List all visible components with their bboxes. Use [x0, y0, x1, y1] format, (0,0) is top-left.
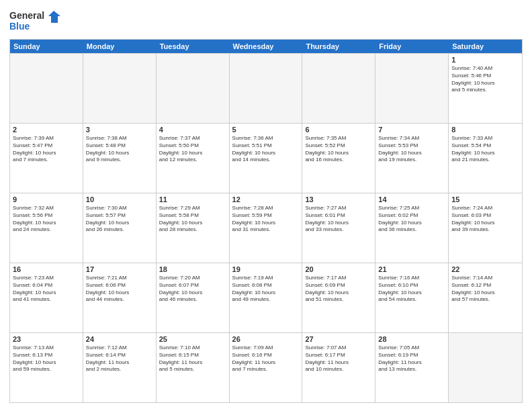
calendar-cell: 11Sunrise: 7:29 AM Sunset: 5:58 PM Dayli… [157, 193, 230, 263]
calendar-cell: 4Sunrise: 7:37 AM Sunset: 5:50 PM Daylig… [157, 124, 230, 193]
calendar-row: 23Sunrise: 7:13 AM Sunset: 6:13 PM Dayli… [10, 332, 522, 402]
calendar: SundayMondayTuesdayWednesdayThursdayFrid… [9, 39, 523, 403]
day-number: 17 [86, 265, 153, 273]
day-number: 27 [305, 335, 372, 343]
calendar-cell: 2Sunrise: 7:39 AM Sunset: 5:47 PM Daylig… [10, 124, 83, 193]
day-info: Sunrise: 7:35 AM Sunset: 5:52 PM Dayligh… [305, 135, 372, 164]
day-info: Sunrise: 7:23 AM Sunset: 6:04 PM Dayligh… [13, 275, 80, 304]
calendar-cell: 6Sunrise: 7:35 AM Sunset: 5:52 PM Daylig… [302, 124, 375, 193]
svg-text:General: General [9, 10, 44, 21]
calendar-cell: 1Sunrise: 7:40 AM Sunset: 5:46 PM Daylig… [449, 54, 522, 123]
day-info: Sunrise: 7:13 AM Sunset: 6:13 PM Dayligh… [13, 345, 80, 373]
calendar-cell: 26Sunrise: 7:09 AM Sunset: 6:16 PM Dayli… [230, 333, 303, 402]
calendar-cell: 20Sunrise: 7:17 AM Sunset: 6:09 PM Dayli… [302, 263, 375, 332]
day-number: 26 [232, 335, 300, 343]
day-number: 1 [451, 56, 519, 64]
calendar-cell: 16Sunrise: 7:23 AM Sunset: 6:04 PM Dayli… [10, 263, 83, 332]
logo-svg: General Blue [9, 8, 63, 35]
calendar-cell: 25Sunrise: 7:10 AM Sunset: 6:15 PM Dayli… [157, 333, 230, 402]
calendar-cell: 8Sunrise: 7:33 AM Sunset: 5:54 PM Daylig… [449, 124, 522, 193]
day-number: 13 [305, 195, 372, 203]
day-number: 7 [378, 126, 445, 134]
day-number: 20 [305, 265, 372, 273]
calendar-cell: 18Sunrise: 7:20 AM Sunset: 6:07 PM Dayli… [157, 263, 230, 332]
calendar-cell: 19Sunrise: 7:19 AM Sunset: 6:08 PM Dayli… [230, 263, 303, 332]
day-info: Sunrise: 7:27 AM Sunset: 6:01 PM Dayligh… [305, 205, 372, 234]
day-info: Sunrise: 7:37 AM Sunset: 5:50 PM Dayligh… [159, 135, 226, 164]
day-number: 9 [13, 195, 80, 203]
day-info: Sunrise: 7:39 AM Sunset: 5:47 PM Dayligh… [13, 135, 80, 164]
day-number: 10 [86, 195, 153, 203]
calendar-cell: 3Sunrise: 7:38 AM Sunset: 5:48 PM Daylig… [83, 124, 157, 193]
day-number: 25 [159, 335, 226, 343]
weekday-header: Saturday [449, 40, 522, 53]
calendar-cell: 22Sunrise: 7:14 AM Sunset: 6:12 PM Dayli… [449, 263, 522, 332]
weekday-header: Thursday [302, 40, 375, 53]
calendar-row: 2Sunrise: 7:39 AM Sunset: 5:47 PM Daylig… [10, 123, 522, 193]
calendar-cell: 14Sunrise: 7:25 AM Sunset: 6:02 PM Dayli… [375, 193, 449, 263]
day-number: 11 [159, 195, 226, 203]
calendar-cell [83, 54, 157, 123]
day-number: 8 [451, 126, 519, 134]
day-info: Sunrise: 7:17 AM Sunset: 6:09 PM Dayligh… [305, 275, 372, 304]
calendar-cell: 27Sunrise: 7:07 AM Sunset: 6:17 PM Dayli… [302, 333, 375, 402]
calendar-cell [10, 54, 83, 123]
weekday-header: Wednesday [230, 40, 303, 53]
day-info: Sunrise: 7:21 AM Sunset: 6:06 PM Dayligh… [86, 275, 153, 304]
day-info: Sunrise: 7:19 AM Sunset: 6:08 PM Dayligh… [232, 275, 300, 304]
calendar-cell [302, 54, 375, 123]
weekday-header: Monday [83, 40, 157, 53]
header: General Blue [9, 8, 523, 35]
day-number: 18 [159, 265, 226, 273]
day-info: Sunrise: 7:20 AM Sunset: 6:07 PM Dayligh… [159, 275, 226, 304]
calendar-cell [230, 54, 303, 123]
weekday-header: Tuesday [157, 40, 230, 53]
calendar-cell: 13Sunrise: 7:27 AM Sunset: 6:01 PM Dayli… [302, 193, 375, 263]
calendar-cell: 10Sunrise: 7:30 AM Sunset: 5:57 PM Dayli… [83, 193, 157, 263]
day-info: Sunrise: 7:40 AM Sunset: 5:46 PM Dayligh… [451, 65, 519, 94]
day-info: Sunrise: 7:25 AM Sunset: 6:02 PM Dayligh… [378, 205, 445, 234]
calendar-cell: 7Sunrise: 7:34 AM Sunset: 5:53 PM Daylig… [375, 124, 449, 193]
calendar-header: SundayMondayTuesdayWednesdayThursdayFrid… [10, 40, 522, 53]
day-info: Sunrise: 7:12 AM Sunset: 6:14 PM Dayligh… [86, 345, 153, 373]
day-info: Sunrise: 7:30 AM Sunset: 5:57 PM Dayligh… [86, 205, 153, 234]
day-number: 19 [232, 265, 300, 273]
calendar-cell: 15Sunrise: 7:24 AM Sunset: 6:03 PM Dayli… [449, 193, 522, 263]
svg-text:Blue: Blue [9, 21, 30, 32]
calendar-cell: 28Sunrise: 7:05 AM Sunset: 6:19 PM Dayli… [375, 333, 449, 402]
weekday-header: Sunday [10, 40, 83, 53]
logo: General Blue [9, 8, 63, 35]
day-info: Sunrise: 7:05 AM Sunset: 6:19 PM Dayligh… [378, 345, 445, 373]
day-number: 12 [232, 195, 300, 203]
day-info: Sunrise: 7:34 AM Sunset: 5:53 PM Dayligh… [378, 135, 445, 164]
svg-marker-2 [48, 11, 60, 23]
day-info: Sunrise: 7:07 AM Sunset: 6:17 PM Dayligh… [305, 345, 372, 373]
calendar-row: 1Sunrise: 7:40 AM Sunset: 5:46 PM Daylig… [10, 53, 522, 123]
day-info: Sunrise: 7:32 AM Sunset: 5:56 PM Dayligh… [13, 205, 80, 234]
calendar-cell: 17Sunrise: 7:21 AM Sunset: 6:06 PM Dayli… [83, 263, 157, 332]
calendar-body: 1Sunrise: 7:40 AM Sunset: 5:46 PM Daylig… [10, 53, 522, 402]
day-info: Sunrise: 7:36 AM Sunset: 5:51 PM Dayligh… [232, 135, 300, 164]
day-info: Sunrise: 7:16 AM Sunset: 6:10 PM Dayligh… [378, 275, 445, 304]
calendar-cell [375, 54, 449, 123]
day-info: Sunrise: 7:14 AM Sunset: 6:12 PM Dayligh… [451, 275, 519, 304]
day-number: 16 [13, 265, 80, 273]
day-number: 4 [159, 126, 226, 134]
day-info: Sunrise: 7:24 AM Sunset: 6:03 PM Dayligh… [451, 205, 519, 234]
calendar-cell: 12Sunrise: 7:28 AM Sunset: 5:59 PM Dayli… [230, 193, 303, 263]
day-number: 28 [378, 335, 445, 343]
calendar-cell: 24Sunrise: 7:12 AM Sunset: 6:14 PM Dayli… [83, 333, 157, 402]
day-number: 22 [451, 265, 519, 273]
calendar-cell: 9Sunrise: 7:32 AM Sunset: 5:56 PM Daylig… [10, 193, 83, 263]
day-info: Sunrise: 7:29 AM Sunset: 5:58 PM Dayligh… [159, 205, 226, 234]
calendar-row: 16Sunrise: 7:23 AM Sunset: 6:04 PM Dayli… [10, 263, 522, 332]
day-number: 14 [378, 195, 445, 203]
page: General Blue SundayMondayTuesdayWednesda… [0, 0, 532, 411]
day-number: 15 [451, 195, 519, 203]
calendar-cell [157, 54, 230, 123]
calendar-cell: 21Sunrise: 7:16 AM Sunset: 6:10 PM Dayli… [375, 263, 449, 332]
calendar-cell: 5Sunrise: 7:36 AM Sunset: 5:51 PM Daylig… [230, 124, 303, 193]
calendar-cell [449, 333, 522, 402]
day-number: 21 [378, 265, 445, 273]
day-number: 24 [86, 335, 153, 343]
